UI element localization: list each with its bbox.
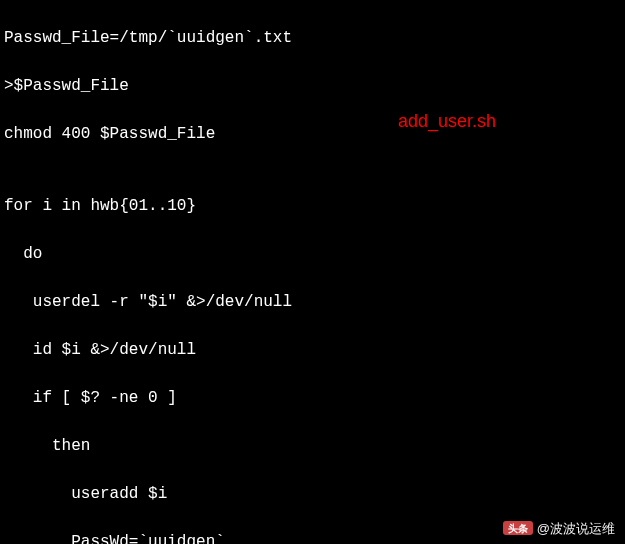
watermark: 头条 @波波说运维: [503, 519, 615, 539]
code-line: do: [4, 242, 621, 266]
code-line: userdel -r "$i" &>/dev/null: [4, 290, 621, 314]
code-line: if [ $? -ne 0 ]: [4, 386, 621, 410]
code-line: id $i &>/dev/null: [4, 338, 621, 362]
watermark-text: @波波说运维: [537, 519, 615, 539]
code-line: >$Passwd_File: [4, 74, 621, 98]
code-line: for i in hwb{01..10}: [4, 194, 621, 218]
code-line: chmod 400 $Passwd_File: [4, 122, 621, 146]
code-line: useradd $i: [4, 482, 621, 506]
filename-label: add_user.sh: [398, 108, 496, 135]
code-line: Passwd_File=/tmp/`uuidgen`.txt: [4, 26, 621, 50]
code-line: then: [4, 434, 621, 458]
shell-script-code: Passwd_File=/tmp/`uuidgen`.txt >$Passwd_…: [0, 0, 625, 544]
toutiao-icon: 头条: [503, 521, 533, 535]
